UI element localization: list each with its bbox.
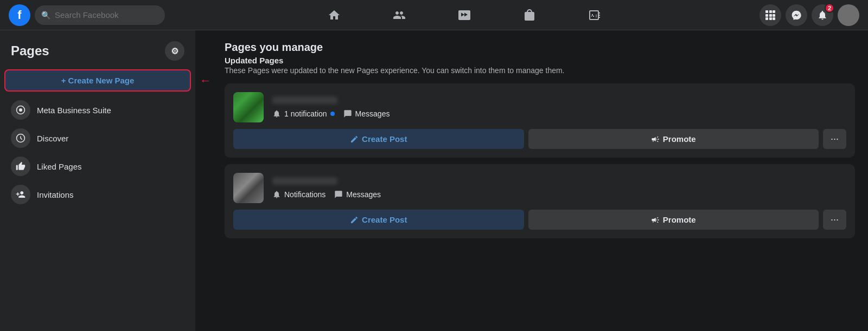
svg-point-0 xyxy=(596,15,597,16)
sidebar-item-invitations[interactable]: Invitations xyxy=(4,180,191,209)
invitations-icon xyxy=(11,185,30,204)
sidebar-title-text: Pages xyxy=(11,43,49,59)
search-input[interactable] xyxy=(55,10,158,20)
page-2-notifications[interactable]: Notifications xyxy=(272,190,326,199)
page-2-more-btn[interactable]: ··· xyxy=(823,210,846,230)
nav-right: 2 xyxy=(760,4,859,26)
marketplace-nav-btn[interactable] xyxy=(499,2,560,28)
svg-rect-3 xyxy=(769,10,772,13)
main-content: Pages you manage Updated Pages These Pag… xyxy=(212,30,868,331)
page-1-messages-text: Messages xyxy=(355,109,390,118)
svg-rect-4 xyxy=(773,10,775,13)
section-subtitle: Updated Pages xyxy=(225,56,855,65)
page-1-promote-btn[interactable]: Promote xyxy=(528,129,819,149)
grid-menu-btn[interactable] xyxy=(760,4,781,26)
notification-badge: 2 xyxy=(825,3,834,13)
page-1-actions: Create Post Promote ··· xyxy=(233,129,846,149)
page-2-create-post-btn[interactable]: Create Post xyxy=(233,210,524,230)
home-nav-btn[interactable] xyxy=(304,2,365,28)
page-card-2: Notifications Messages Create Post xyxy=(225,164,855,238)
page-1-promote-label: Promote xyxy=(663,134,696,144)
svg-point-12 xyxy=(19,108,22,112)
topnav: f 🔍 2 xyxy=(0,0,868,30)
sidebar-item-discover[interactable]: Discover xyxy=(4,124,191,152)
svg-rect-6 xyxy=(769,14,772,17)
page-card-2-header: Notifications Messages xyxy=(233,173,846,203)
liked-pages-icon xyxy=(11,157,30,176)
discover-label: Discover xyxy=(37,134,68,143)
user-avatar[interactable] xyxy=(838,4,859,26)
arrow-icon: ← xyxy=(200,74,212,88)
search-icon: 🔍 xyxy=(41,11,50,20)
page-layout: Pages ⚙ + Create New Page Meta Business … xyxy=(0,30,868,331)
create-page-label: + Create New Page xyxy=(61,76,135,85)
page-card-1: 1 notification Messages Create Post xyxy=(225,83,855,158)
page-2-messages[interactable]: Messages xyxy=(334,190,381,199)
page-card-1-header: 1 notification Messages xyxy=(233,92,846,122)
page-1-name-blurred xyxy=(272,96,337,104)
sidebar-title: Pages ⚙ xyxy=(4,37,191,65)
page-1-messages[interactable]: Messages xyxy=(343,109,390,118)
invitations-label: Invitations xyxy=(37,190,74,199)
page-2-promote-label: Promote xyxy=(663,215,696,224)
page-1-info: 1 notification Messages xyxy=(272,96,846,118)
svg-rect-2 xyxy=(765,10,768,13)
page-2-notification-text: Notifications xyxy=(284,190,326,199)
svg-rect-10 xyxy=(773,17,775,20)
meta-business-suite-label: Meta Business Suite xyxy=(37,106,111,115)
section-title: Pages you manage xyxy=(225,41,855,54)
messenger-btn[interactable] xyxy=(786,4,807,26)
page-1-more-btn[interactable]: ··· xyxy=(823,129,846,149)
page-2-more-label: ··· xyxy=(831,214,839,225)
sidebar: Pages ⚙ + Create New Page Meta Business … xyxy=(0,30,195,331)
page-1-create-post-btn[interactable]: Create Post xyxy=(233,129,524,149)
gaming-nav-btn[interactable] xyxy=(564,2,625,28)
page-1-meta: 1 notification Messages xyxy=(272,109,846,118)
page-1-avatar[interactable] xyxy=(233,92,264,122)
sidebar-item-liked-pages[interactable]: Liked Pages xyxy=(4,152,191,180)
page-1-notification-text: 1 notification xyxy=(284,109,327,118)
page-2-name-blurred xyxy=(272,177,337,185)
page-2-avatar[interactable] xyxy=(233,173,264,203)
notification-dot xyxy=(330,112,335,116)
section-description: These Pages were updated to the new Page… xyxy=(225,66,855,75)
svg-rect-7 xyxy=(773,14,775,17)
page-1-more-label: ··· xyxy=(831,133,839,144)
page-1-notifications[interactable]: 1 notification xyxy=(272,109,335,118)
meta-business-suite-icon xyxy=(11,100,30,120)
facebook-logo[interactable]: f xyxy=(9,4,30,26)
sidebar-item-meta-business-suite[interactable]: Meta Business Suite xyxy=(4,96,191,124)
search-bar[interactable]: 🔍 xyxy=(35,5,165,25)
page-2-messages-text: Messages xyxy=(346,190,381,199)
page-2-meta: Notifications Messages xyxy=(272,190,846,199)
discover-icon xyxy=(11,128,30,148)
page-2-info: Notifications Messages xyxy=(272,177,846,199)
svg-rect-9 xyxy=(769,17,772,20)
page-1-avatar-image xyxy=(233,92,264,122)
page-2-promote-btn[interactable]: Promote xyxy=(528,210,819,230)
page-2-actions: Create Post Promote ··· xyxy=(233,210,846,230)
nav-center xyxy=(169,2,760,28)
watch-nav-btn[interactable] xyxy=(434,2,495,28)
page-2-create-post-label: Create Post xyxy=(362,215,407,224)
svg-point-1 xyxy=(596,16,597,17)
notifications-btn[interactable]: 2 xyxy=(812,4,833,26)
svg-rect-5 xyxy=(765,14,768,17)
page-2-avatar-image xyxy=(233,173,264,203)
arrow-indicator-container: ← xyxy=(195,30,212,331)
liked-pages-label: Liked Pages xyxy=(37,162,82,171)
gear-btn[interactable]: ⚙ xyxy=(165,41,184,61)
friends-nav-btn[interactable] xyxy=(369,2,430,28)
page-1-create-post-label: Create Post xyxy=(362,134,407,144)
svg-rect-8 xyxy=(765,17,768,20)
create-new-page-button[interactable]: + Create New Page xyxy=(4,69,191,92)
